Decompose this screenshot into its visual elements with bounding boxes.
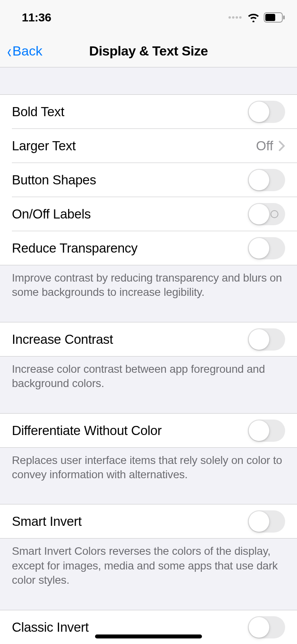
row-label: Differentiate Without Color [12, 423, 162, 438]
button-shapes-toggle[interactable] [248, 169, 285, 191]
row-classic-invert[interactable]: Classic Invert [0, 610, 297, 644]
row-label: Reduce Transparency [12, 241, 137, 256]
settings-group-contrast: Increase Contrast [0, 322, 297, 356]
settings-group-diff-color: Differentiate Without Color [0, 413, 297, 448]
chevron-right-icon [279, 141, 285, 151]
row-label: Classic Invert [12, 620, 89, 635]
row-reduce-transparency[interactable]: Reduce Transparency [0, 231, 297, 265]
battery-icon [264, 12, 285, 23]
row-label: Smart Invert [12, 514, 82, 529]
back-label: Back [12, 43, 42, 59]
chevron-left-icon: ‹ [7, 42, 11, 60]
bold-text-toggle[interactable] [248, 101, 285, 123]
row-bold-text[interactable]: Bold Text [0, 95, 297, 129]
row-larger-text[interactable]: Larger Text Off [0, 129, 297, 163]
home-indicator[interactable] [95, 634, 202, 638]
settings-group-smart-invert: Smart Invert [0, 504, 297, 539]
reduce-transparency-toggle[interactable] [248, 237, 285, 259]
classic-invert-toggle[interactable] [248, 616, 285, 638]
row-label: Increase Contrast [12, 332, 113, 347]
row-label: On/Off Labels [12, 207, 91, 222]
smart-invert-toggle[interactable] [248, 510, 285, 533]
row-label: Button Shapes [12, 172, 96, 188]
row-value: Off [256, 138, 273, 153]
nav-bar: ‹ Back Display & Text Size [0, 35, 297, 67]
row-onoff-labels[interactable]: On/Off Labels [0, 197, 297, 231]
status-bar: 11:36 [0, 0, 297, 35]
row-label: Larger Text [12, 138, 76, 153]
settings-group-text: Bold Text Larger Text Off Button Shapes … [0, 94, 297, 265]
status-time: 11:36 [22, 11, 51, 24]
status-indicators [228, 12, 285, 23]
footer-smart-invert: Smart Invert Colors reverses the colors … [0, 539, 297, 595]
row-smart-invert[interactable]: Smart Invert [0, 504, 297, 539]
svg-rect-2 [283, 15, 285, 19]
signal-icon [228, 16, 242, 19]
onoff-labels-toggle[interactable] [248, 203, 285, 225]
footer-reduce-transparency: Improve contrast by reducing transparenc… [0, 265, 297, 308]
row-label: Bold Text [12, 104, 64, 119]
footer-diff-without-color: Replaces user interface items that rely … [0, 448, 297, 490]
diff-without-color-toggle[interactable] [248, 420, 285, 442]
footer-increase-contrast: Increase color contrast between app fore… [0, 356, 297, 399]
page-title: Display & Text Size [89, 43, 208, 59]
svg-rect-1 [265, 14, 275, 21]
wifi-icon [247, 13, 260, 22]
row-button-shapes[interactable]: Button Shapes [0, 163, 297, 197]
row-increase-contrast[interactable]: Increase Contrast [0, 322, 297, 356]
increase-contrast-toggle[interactable] [248, 328, 285, 351]
row-diff-without-color[interactable]: Differentiate Without Color [0, 414, 297, 448]
back-button[interactable]: ‹ Back [0, 42, 42, 60]
settings-group-classic-invert: Classic Invert [0, 610, 297, 644]
